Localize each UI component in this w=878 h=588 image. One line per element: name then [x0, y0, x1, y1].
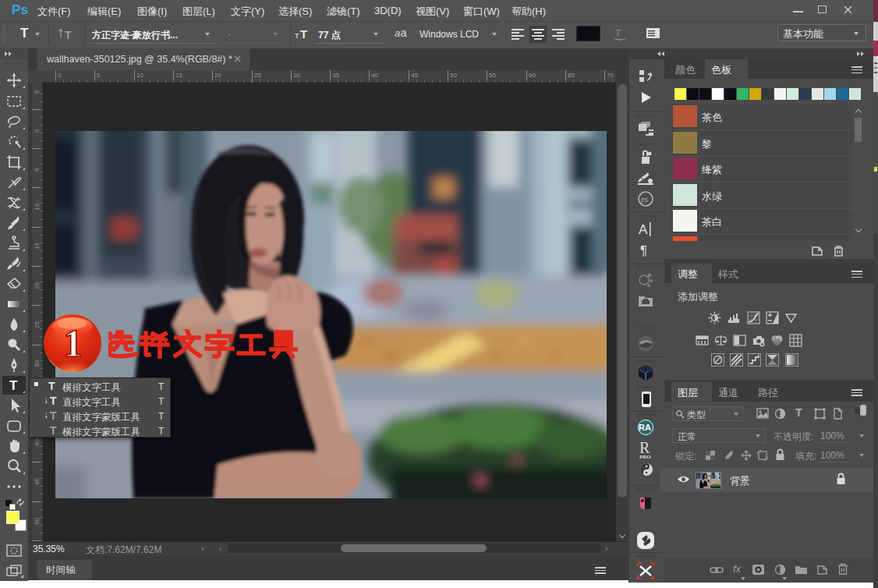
svg-text:T: T	[9, 378, 18, 393]
svg-text:ps: ps	[640, 195, 648, 204]
svg-text:T: T	[615, 27, 621, 38]
svg-text:1: 1	[63, 321, 83, 365]
svg-text:A: A	[639, 222, 648, 237]
svg-text:RA: RA	[639, 423, 651, 432]
svg-text:¶: ¶	[640, 243, 647, 258]
svg-text:T: T	[295, 32, 299, 40]
svg-text:T: T	[65, 29, 72, 41]
svg-text:T: T	[300, 27, 307, 41]
svg-text:PRO: PRO	[639, 454, 651, 460]
